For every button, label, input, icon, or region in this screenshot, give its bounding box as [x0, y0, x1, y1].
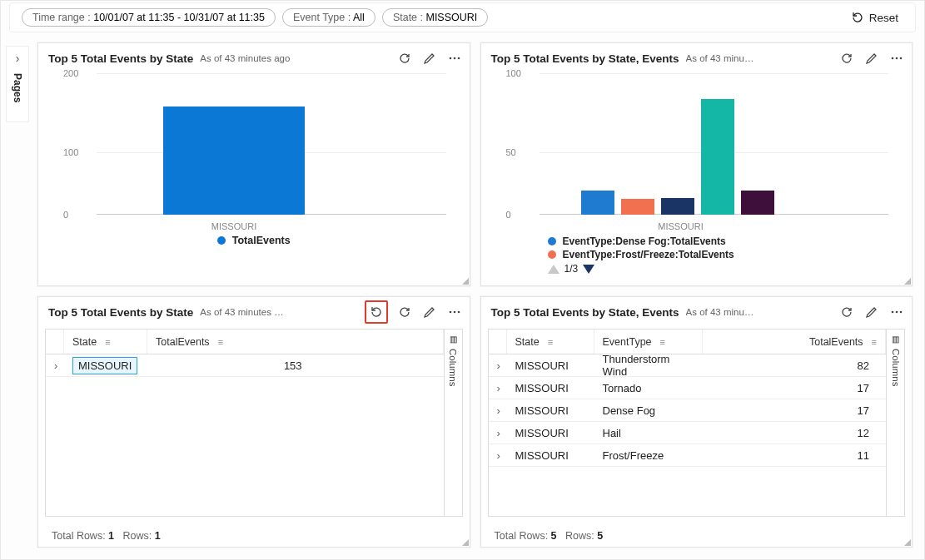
bar-frost-freeze[interactable] [621, 199, 654, 215]
ytick: 100 [63, 147, 78, 157]
revert-button[interactable] [368, 304, 385, 320]
legend-label: EventType:Frost/Freeze:TotalEvents [563, 248, 734, 261]
cell-state: MISSOURI [507, 404, 594, 417]
more-button[interactable] [446, 304, 463, 320]
cell-eventtype: Tornado [594, 382, 703, 394]
legend-swatch [548, 237, 556, 245]
refresh-button[interactable] [838, 304, 855, 320]
cell-eventtype: Thunderstorm Wind [594, 353, 703, 378]
filter-state[interactable]: State : MISSOURI [382, 8, 488, 27]
chart-legend: EventType:Dense Fog:TotalEvents EventTyp… [548, 235, 913, 275]
refresh-button[interactable] [396, 50, 413, 67]
table-row[interactable]: ›MISSOURIFrost/Freeze11 [489, 444, 887, 467]
svg-point-9 [892, 311, 894, 314]
grouped-bar-chart: 100 50 0 MISSOURI [506, 73, 898, 231]
more-button[interactable] [888, 50, 905, 67]
edit-button[interactable] [421, 50, 438, 67]
row-expander[interactable]: › [489, 427, 507, 439]
pages-label: Pages [12, 73, 23, 102]
edit-button[interactable] [421, 304, 438, 320]
legend-swatch [217, 236, 226, 245]
svg-point-6 [449, 311, 451, 314]
bar-missouri[interactable] [163, 107, 305, 215]
cell-state[interactable]: MISSOURI [72, 357, 137, 374]
svg-point-2 [457, 57, 460, 60]
cell-total: 82 [703, 359, 887, 372]
refresh-button[interactable] [396, 304, 413, 320]
pencil-icon [865, 52, 878, 65]
ellipsis-icon [448, 52, 461, 65]
pages-panel-toggle[interactable]: › Pages [6, 46, 29, 122]
resize-handle[interactable] [460, 276, 469, 285]
tile-timestamp: As of 43 minu… [686, 307, 754, 317]
more-button[interactable] [888, 304, 905, 320]
pencil-icon [423, 52, 436, 65]
columns-panel-toggle[interactable]: ▥ Columns [444, 330, 462, 516]
row-expander[interactable]: › [489, 449, 507, 462]
columns-icon: ▥ [892, 335, 899, 344]
table-footer: Total Rows: 1 Rows: 1 [52, 530, 161, 542]
filter-state-label: State : [393, 12, 426, 23]
legend-next-button[interactable] [583, 265, 594, 274]
column-menu-icon[interactable]: ≡ [218, 337, 223, 347]
refresh-icon [398, 52, 411, 65]
legend-swatch [548, 250, 556, 259]
column-menu-icon[interactable]: ≡ [660, 337, 665, 347]
bar-thunderstorm-wind[interactable] [701, 99, 734, 215]
row-expander[interactable]: › [489, 404, 507, 417]
cell-state: MISSOURI [507, 427, 594, 439]
resize-handle[interactable] [460, 538, 469, 546]
edit-button[interactable] [863, 304, 880, 320]
col-state[interactable]: State≡ [507, 330, 594, 354]
reset-button[interactable]: Reset [846, 7, 903, 27]
table-footer: Total Rows: 5 Rows: 5 [495, 530, 604, 542]
edit-button[interactable] [863, 50, 880, 67]
ytick: 0 [63, 210, 68, 220]
col-total[interactable]: TotalEvents≡ [703, 330, 887, 354]
chart-legend: TotalEvents [38, 235, 470, 246]
legend-prev-button[interactable] [548, 265, 559, 274]
filter-event-value: All [353, 12, 365, 23]
table-row[interactable]: ›MISSOURITornado17 [489, 377, 887, 399]
ytick: 100 [506, 68, 521, 78]
bar-tornado[interactable] [741, 191, 774, 215]
resize-handle[interactable] [903, 538, 911, 546]
tile-title: Top 5 Total Events by State, Events [491, 306, 679, 319]
resize-handle[interactable] [903, 276, 911, 285]
ytick: 50 [506, 147, 516, 157]
filter-time-range[interactable]: Time range : 10/01/07 at 11:35 - 10/31/0… [22, 8, 276, 27]
table-row[interactable]: › MISSOURI 153 [46, 354, 444, 377]
table-row[interactable]: ›MISSOURIHail12 [489, 422, 887, 444]
ellipsis-icon [890, 52, 903, 65]
table-row[interactable]: ›MISSOURIThunderstorm Wind82 [489, 354, 887, 377]
reset-label: Reset [869, 12, 898, 24]
highlighted-revert-action [365, 300, 388, 324]
col-state[interactable]: State≡ [64, 330, 147, 354]
column-menu-icon[interactable]: ≡ [548, 337, 553, 347]
columns-panel-toggle[interactable]: ▥ Columns [886, 330, 904, 516]
more-button[interactable] [446, 50, 463, 67]
bar-dense-fog[interactable] [581, 191, 614, 215]
column-menu-icon[interactable]: ≡ [105, 337, 110, 347]
svg-point-1 [453, 57, 455, 60]
filter-event-label: Event Type : [293, 12, 353, 23]
data-table: State≡ TotalEvents≡ › MISSOURI 153 ▥ Col… [45, 329, 463, 517]
cell-eventtype: Hail [594, 427, 703, 439]
cell-total: 11 [703, 449, 887, 462]
column-menu-icon[interactable]: ≡ [872, 337, 877, 347]
undo-icon [851, 11, 864, 24]
row-expander[interactable]: › [46, 359, 64, 372]
table-row[interactable]: ›MISSOURIDense Fog17 [489, 399, 887, 422]
tile-top5-by-state-table: Top 5 Total Events by State As of 43 min… [37, 296, 470, 548]
columns-label: Columns [891, 349, 901, 386]
col-total[interactable]: TotalEvents≡ [147, 330, 444, 354]
row-expander[interactable]: › [489, 359, 507, 372]
tile-timestamp: As of 43 minutes ago [200, 53, 290, 63]
refresh-button[interactable] [838, 50, 855, 67]
filter-event-type[interactable]: Event Type : All [282, 8, 375, 27]
row-expander[interactable]: › [489, 382, 507, 394]
col-eventtype[interactable]: EventType≡ [594, 330, 703, 354]
cell-eventtype: Dense Fog [594, 404, 703, 417]
bar-hail[interactable] [661, 198, 694, 215]
filter-bar: Time range : 10/01/07 at 11:35 - 10/31/0… [9, 2, 916, 32]
